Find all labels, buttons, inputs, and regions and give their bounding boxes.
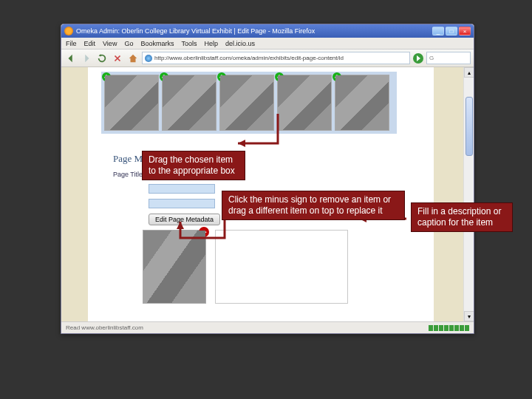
stop-button[interactable] <box>111 52 124 65</box>
item-thumbnail-strip: + + + + + <box>101 72 397 134</box>
meta-row-2 <box>113 184 215 194</box>
thumbnail-image <box>105 75 158 130</box>
thumbnail-item[interactable]: + <box>335 75 389 131</box>
go-button[interactable] <box>412 52 424 64</box>
meta-input-2[interactable] <box>149 184 215 194</box>
callout-drag: Drag the chosen item to the appropriate … <box>142 151 245 180</box>
thumbnail-image <box>278 75 331 130</box>
maximize-button[interactable]: □ <box>446 27 457 35</box>
meta-input-3[interactable] <box>149 199 215 208</box>
scroll-down-button[interactable]: ▾ <box>464 311 474 321</box>
minimize-button[interactable]: _ <box>432 27 444 35</box>
callout-minus: Click the minus sign to remove an item o… <box>222 191 405 220</box>
thumbnail-image <box>335 75 389 130</box>
close-button[interactable]: × <box>459 27 471 35</box>
scroll-up-button[interactable]: ▴ <box>464 67 474 78</box>
back-button[interactable] <box>64 52 78 65</box>
menu-bookmarks[interactable]: Bookmarks <box>140 40 174 47</box>
menu-file[interactable]: File <box>66 40 77 47</box>
reload-button[interactable] <box>95 52 109 65</box>
thumbnail-image <box>163 75 216 130</box>
firefox-icon <box>64 27 73 35</box>
item-description-textarea[interactable] <box>215 230 348 304</box>
callout-description: Fill in a description or caption for the… <box>411 202 513 232</box>
scrollbar-thumb[interactable] <box>466 97 473 156</box>
meta-row-3 <box>113 199 215 208</box>
menu-delicious[interactable]: del.icio.us <box>225 40 255 47</box>
window-title: Omeka Admin: Oberlin College Library Vir… <box>76 27 432 35</box>
site-icon <box>145 55 152 62</box>
search-engine-icon: G <box>429 55 434 61</box>
page-gutter-right <box>434 67 463 321</box>
url-text: http://www.oberlinlibstaff.com/omeka/adm… <box>154 55 344 61</box>
statusbar: Read www.oberlinlibstaff.com <box>61 321 474 333</box>
menu-view[interactable]: View <box>103 40 117 47</box>
thumbnail-image <box>220 75 273 130</box>
home-button[interactable] <box>126 52 140 65</box>
status-text: Read www.oberlinlibstaff.com <box>66 324 143 331</box>
forward-button[interactable] <box>80 52 93 65</box>
menubar: File Edit View Go Bookmarks Tools Help d… <box>61 38 474 50</box>
page-gutter-left <box>61 67 88 321</box>
toolbar: http://www.oberlinlibstaff.com/omeka/adm… <box>61 50 474 67</box>
thumbnail-item[interactable]: + <box>104 75 159 131</box>
vertical-scrollbar[interactable]: ▴ ▾ <box>463 67 474 321</box>
search-box[interactable]: G <box>426 52 471 64</box>
titlebar[interactable]: Omeka Admin: Oberlin College Library Vir… <box>61 24 474 38</box>
edit-page-metadata-button[interactable]: Edit Page Metadata <box>149 214 220 225</box>
placed-item-image <box>143 231 205 303</box>
menu-help[interactable]: Help <box>204 40 218 47</box>
thumbnail-item[interactable]: + <box>277 75 332 131</box>
address-bar[interactable]: http://www.oberlinlibstaff.com/omeka/adm… <box>142 52 410 64</box>
progress-indicator <box>429 325 469 331</box>
placed-item[interactable]: − <box>143 230 206 304</box>
menu-edit[interactable]: Edit <box>84 40 96 47</box>
menu-tools[interactable]: Tools <box>181 40 197 47</box>
thumbnail-item[interactable]: + <box>162 75 216 131</box>
menu-go[interactable]: Go <box>124 40 133 47</box>
firefox-window: Omeka Admin: Oberlin College Library Vir… <box>61 24 474 334</box>
thumbnail-item[interactable]: + <box>219 75 274 131</box>
